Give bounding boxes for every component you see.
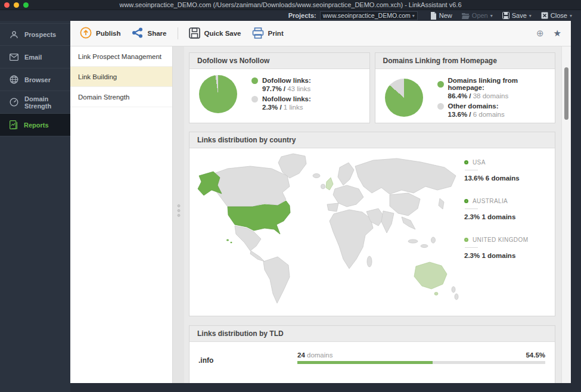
window-body: Link Prospect Management Link Building D… xyxy=(70,46,571,383)
legend-value: 97.7% / xyxy=(262,85,285,92)
dofollow-legend: Dofollow links: 97.7% / 43 links xyxy=(251,74,311,114)
minimize-window-icon[interactable] xyxy=(14,2,19,8)
new-project-button[interactable]: New xyxy=(427,12,455,20)
country-stats: 13.6% 6 domains xyxy=(464,175,546,182)
save-project-button[interactable]: Save ▾ xyxy=(499,12,535,19)
legend-value: 2.3% / xyxy=(262,104,282,111)
sidebar-item-label: Reports xyxy=(24,122,49,129)
sidebar-item-prospects[interactable]: Prospects xyxy=(0,23,70,46)
panel-domains-linking-from-homepage: Domains Linking from Homepage Domains li… xyxy=(375,52,556,123)
legend-label: Domains linking from homepage: xyxy=(448,77,546,91)
share-button[interactable]: Share xyxy=(132,27,167,39)
legend-count: 6 domains xyxy=(473,111,505,118)
vertical-scrollbar[interactable] xyxy=(561,46,571,383)
legend-label: Dofollow links: xyxy=(262,77,311,84)
panel-title: Dofollow vs Nofollow xyxy=(189,53,369,69)
country-legend: USA 13.6% 6 domains AUSTRALIA 2.3% 1 d xyxy=(464,148,555,316)
tld-bar-fill xyxy=(297,361,433,364)
legend-dot-gray xyxy=(437,103,444,110)
close-button-label: Close xyxy=(551,12,567,19)
report-toolbar: Publish Share Quick Save Print ⊕ ★ xyxy=(70,21,571,46)
chevron-down-icon: ▾ xyxy=(412,13,415,18)
titlebar: www.seoinpractice_DEMO.com (/Users/zanim… xyxy=(0,0,581,10)
share-nodes-icon xyxy=(132,27,144,39)
project-selector-value: www.seoinpractice_DEMO.com xyxy=(323,12,411,19)
legend-item: Nofollow links: 2.3% / 1 links xyxy=(251,95,311,111)
tld-bar-track xyxy=(297,361,545,364)
legend-value: 13.6% / xyxy=(448,111,471,118)
tld-count-number: 24 xyxy=(297,351,305,359)
country-marker-icon xyxy=(464,238,468,242)
print-button[interactable]: Print xyxy=(252,27,284,40)
legend-divider xyxy=(465,247,478,248)
panel-title: Links distribution by TLD xyxy=(189,326,555,342)
globe-icon xyxy=(10,75,18,84)
envelope-icon xyxy=(10,54,18,61)
open-project-button[interactable]: Open ▾ xyxy=(459,12,496,19)
publish-button-label: Publish xyxy=(96,30,121,37)
publish-upload-icon xyxy=(80,27,92,40)
sidebar-item-label: Browser xyxy=(24,76,51,83)
folder-open-icon xyxy=(462,13,470,19)
panel-title: Domains Linking from Homepage xyxy=(375,53,555,69)
close-square-icon xyxy=(541,12,548,19)
new-button-label: New xyxy=(439,12,452,19)
legend-count: 43 links xyxy=(287,85,310,92)
report-nav: Link Prospect Management Link Building D… xyxy=(70,46,173,383)
save-disk-icon xyxy=(502,12,509,19)
scrollbar-thumb[interactable] xyxy=(564,67,568,120)
floppy-disk-icon xyxy=(189,27,200,40)
sidebar-item-label: Domain Strength xyxy=(24,95,70,110)
legend-dot-green xyxy=(251,77,258,84)
zoom-plus-icon[interactable]: ⊕ xyxy=(536,28,544,39)
sidebar-item-domain-strength[interactable]: Domain Strength xyxy=(0,91,70,114)
country-legend-item: UNITED KINGDOM 2.3% 1 domains xyxy=(464,237,546,259)
country-stats: 2.3% 1 domains xyxy=(464,213,546,220)
sidebar-item-reports[interactable]: Reports xyxy=(0,114,70,136)
country-legend-item: AUSTRALIA 2.3% 1 domains xyxy=(464,198,546,220)
sidebar-item-browser[interactable]: Browser xyxy=(0,69,70,91)
legend-count: 38 domains xyxy=(473,92,508,99)
traffic-lights xyxy=(4,2,29,8)
open-button-label: Open xyxy=(472,12,488,19)
save-button-label: Save xyxy=(512,12,527,19)
panel-dofollow-vs-nofollow: Dofollow vs Nofollow Dofollow links: 97.… xyxy=(189,52,370,123)
nav-item-link-prospect-management[interactable]: Link Prospect Management xyxy=(70,46,172,67)
sidebar-item-email[interactable]: Email xyxy=(0,46,70,69)
legend-label: Other domains: xyxy=(448,102,499,110)
sidebar-item-label: Email xyxy=(24,54,42,61)
tld-percent: 54.5% xyxy=(526,351,545,359)
nav-item-label: Domain Strength xyxy=(78,94,129,101)
nav-item-domain-strength[interactable]: Domain Strength xyxy=(70,87,172,107)
panel-links-by-country: Links distribution by country xyxy=(189,132,555,316)
tld-domain-count: 24 domains xyxy=(297,351,333,359)
favorite-star-icon[interactable]: ★ xyxy=(554,28,561,39)
legend-divider xyxy=(465,209,478,209)
chevron-down-icon: ▾ xyxy=(529,13,532,18)
country-marker-icon xyxy=(464,160,468,164)
publish-button[interactable]: Publish xyxy=(80,27,121,40)
pane-splitter[interactable] xyxy=(173,46,184,383)
panel-links-by-tld: Links distribution by TLD .info 24 domai… xyxy=(189,325,555,383)
country-name: UNITED KINGDOM xyxy=(473,237,528,243)
close-window-icon[interactable] xyxy=(4,2,10,8)
homepage-legend: Domains linking from homepage: 86.4% / 3… xyxy=(437,74,546,121)
legend-label: Nofollow links: xyxy=(262,95,311,102)
quick-save-button-label: Quick Save xyxy=(204,30,241,37)
world-map xyxy=(189,148,464,316)
legend-item: Domains linking from homepage: 86.4% / 3… xyxy=(437,77,546,99)
main-window: Publish Share Quick Save Print ⊕ ★ Link … xyxy=(70,21,571,383)
zoom-window-icon[interactable] xyxy=(23,2,29,8)
country-marker-icon xyxy=(464,199,468,203)
close-project-button[interactable]: Close ▾ xyxy=(538,12,575,19)
tld-row: .info 24 domains 54.5% xyxy=(189,342,555,365)
country-name: AUSTRALIA xyxy=(473,198,508,204)
printer-icon xyxy=(252,27,264,40)
nav-item-link-building[interactable]: Link Building xyxy=(70,67,172,87)
window-title: www.seoinpractice_DEMO.com (/Users/zanim… xyxy=(119,1,461,8)
quick-save-button[interactable]: Quick Save xyxy=(189,27,241,40)
sidebar-item-label: Prospects xyxy=(24,31,56,38)
legend-dot-gray xyxy=(251,96,258,102)
project-selector[interactable]: www.seoinpractice_DEMO.com ▾ xyxy=(320,11,418,20)
legend-item: Other domains: 13.6% / 6 domains xyxy=(437,102,546,118)
